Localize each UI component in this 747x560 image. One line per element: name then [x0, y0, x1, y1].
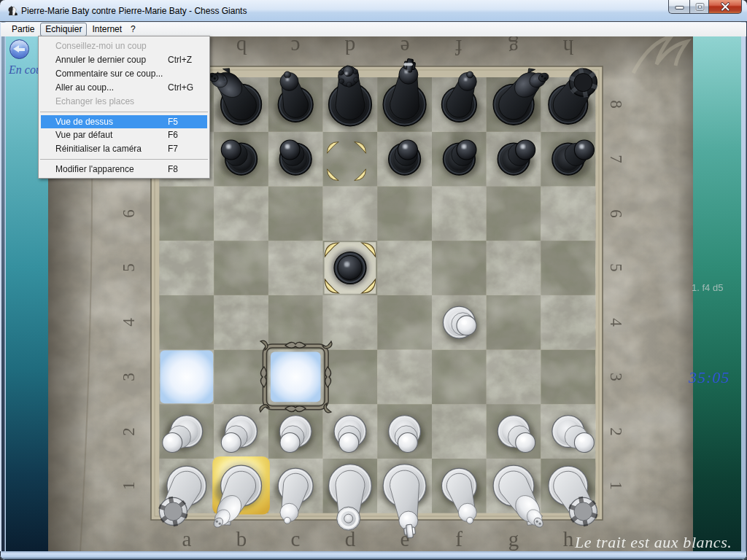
- svg-text:35:05: 35:05: [688, 368, 729, 386]
- svg-text:1: 1: [607, 481, 625, 490]
- svg-text:6: 6: [607, 209, 625, 218]
- svg-text:5: 5: [607, 263, 625, 272]
- svg-text:b: b: [236, 36, 247, 59]
- svg-text:3: 3: [607, 373, 625, 381]
- svg-text:8: 8: [607, 100, 625, 109]
- svg-text:d: d: [345, 527, 356, 551]
- svg-text:a: a: [182, 527, 192, 551]
- svg-text:6: 6: [120, 209, 138, 218]
- svg-text:e: e: [400, 36, 410, 59]
- svg-text:Le trait est aux blancs.: Le trait est aux blancs.: [574, 533, 732, 551]
- svg-text:f: f: [455, 527, 462, 551]
- svg-text:2: 2: [607, 427, 625, 436]
- svg-text:h: h: [562, 36, 573, 59]
- svg-text:1: 1: [120, 481, 138, 490]
- svg-text:g: g: [508, 36, 519, 59]
- svg-text:f: f: [455, 36, 462, 59]
- svg-text:5: 5: [120, 263, 138, 272]
- svg-text:4: 4: [607, 318, 625, 327]
- svg-text:h: h: [563, 527, 574, 551]
- svg-text:c: c: [291, 36, 301, 59]
- svg-text:3: 3: [120, 373, 138, 381]
- svg-text:b: b: [236, 527, 247, 551]
- svg-text:g: g: [508, 527, 519, 551]
- svg-text:d: d: [344, 36, 355, 59]
- svg-text:c: c: [291, 527, 301, 551]
- svg-text:4: 4: [120, 318, 138, 327]
- svg-text:7: 7: [607, 155, 625, 163]
- svg-text:1. f4 d5: 1. f4 d5: [692, 282, 723, 293]
- svg-text:2: 2: [120, 427, 138, 436]
